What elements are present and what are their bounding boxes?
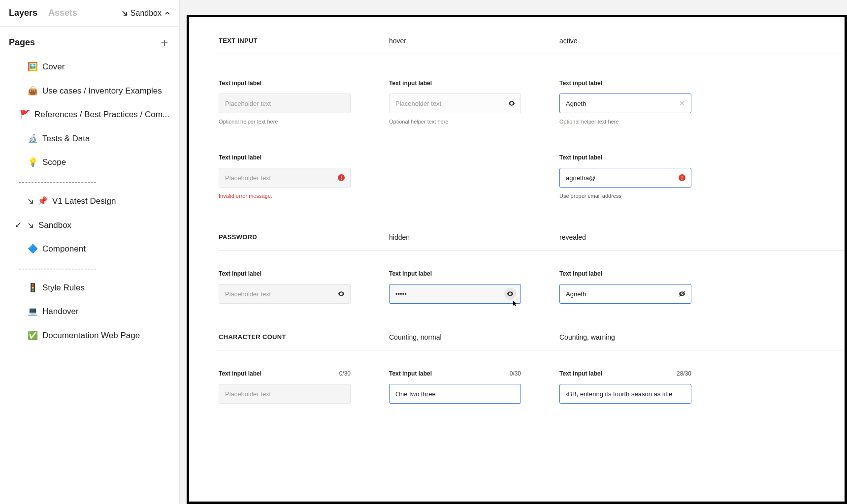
- page-emoji-icon: 💡: [28, 155, 37, 170]
- input-label: Text input label: [389, 370, 432, 377]
- error-text: Invalid error message.: [219, 193, 351, 199]
- page-emoji-icon: 🚩: [20, 107, 30, 123]
- arrow-down-right-icon: [28, 198, 33, 204]
- input-label: Text input label: [219, 154, 351, 161]
- column-header-normal: Counting, normal: [389, 333, 559, 341]
- error-icon: !: [337, 173, 346, 182]
- section-header-password: PASSWORD hidden revealed: [219, 233, 845, 251]
- section-header-charcount: CHARACTER COUNT Counting, normal Countin…: [219, 333, 845, 350]
- cursor-icon: [512, 300, 519, 307]
- column-header-revealed: revealed: [559, 233, 730, 241]
- svg-point-2: [510, 293, 511, 295]
- page-item-docs-web[interactable]: ✅ Documentation Web Page: [5, 324, 174, 348]
- page-label: Scope: [42, 155, 66, 170]
- page-label: Cover: [42, 60, 65, 75]
- page-emoji-icon: 🖼️: [28, 60, 37, 75]
- input-label: Text input label: [219, 80, 351, 87]
- arrow-down-right-icon: [122, 10, 128, 16]
- page-label: Style Rules: [42, 281, 85, 296]
- text-input[interactable]: [559, 168, 691, 188]
- page-item-v1-design[interactable]: 📌 V1 Latest Design: [5, 189, 174, 214]
- text-input-row-error: Text input label ! Invalid error message…: [219, 154, 845, 199]
- text-input[interactable]: [389, 94, 521, 113]
- page-emoji-icon: 💻: [28, 304, 37, 319]
- page-label: Sandbox: [38, 218, 71, 233]
- eye-off-icon[interactable]: [678, 289, 686, 298]
- canvas[interactable]: TEXT INPUT hover active Text input label…: [180, 0, 847, 504]
- page-emoji-icon: ✅: [28, 328, 37, 344]
- text-input[interactable]: [559, 384, 691, 404]
- pages-header: Pages ＋: [0, 27, 179, 55]
- input-cell-active: Text input label ✕ Optional helper text …: [559, 80, 730, 125]
- char-counter: 28/30: [677, 370, 691, 384]
- password-input[interactable]: [389, 284, 521, 304]
- page-label: Tests & Data: [42, 131, 90, 147]
- eye-icon[interactable]: [504, 288, 516, 300]
- input-label: Text input label: [219, 270, 351, 277]
- page-label: References / Best Practices / Com...: [34, 107, 169, 123]
- input-label: Text input label: [559, 270, 691, 277]
- pages-title: Pages: [9, 37, 35, 48]
- tab-assets[interactable]: Assets: [48, 8, 77, 18]
- input-cell-error-active: Text input label ! Use proper email addr…: [559, 154, 730, 199]
- eye-icon[interactable]: [507, 99, 516, 108]
- input-label: Text input label: [219, 370, 261, 377]
- page-label: V1 Latest Design: [52, 194, 116, 209]
- project-name: Sandbox: [130, 9, 162, 18]
- page-item-tests[interactable]: 🔬 Tests & Data: [5, 127, 174, 151]
- design-frame[interactable]: TEXT INPUT hover active Text input label…: [187, 15, 847, 504]
- column-header-active: active: [559, 37, 730, 45]
- project-selector[interactable]: Sandbox: [122, 9, 170, 18]
- char-counter: 0/30: [510, 370, 521, 384]
- arrow-down-right-icon: [28, 222, 33, 228]
- clear-icon[interactable]: ✕: [678, 99, 686, 108]
- text-input[interactable]: [559, 94, 691, 113]
- sidebar: Layers Assets Sandbox Pages ＋ 🖼️ Cover 👜…: [0, 0, 180, 504]
- page-item-style-rules[interactable]: 🚦 Style Rules: [5, 276, 174, 300]
- password-input[interactable]: [219, 284, 351, 304]
- page-label: Use cases / Inventory Examples: [42, 84, 162, 99]
- section-title: PASSWORD: [219, 233, 389, 241]
- password-input[interactable]: [559, 284, 691, 304]
- page-list: 🖼️ Cover 👜 Use cases / Inventory Example…: [0, 55, 179, 504]
- helper-text: Optional helper text here: [389, 119, 521, 125]
- password-cell-default: Text input label: [219, 270, 389, 304]
- frame-content: TEXT INPUT hover active Text input label…: [189, 17, 845, 502]
- charcount-cell-warning: Text input label 28/30: [559, 370, 730, 404]
- page-item-cover[interactable]: 🖼️ Cover: [5, 55, 174, 79]
- page-emoji-icon: 👜: [28, 84, 37, 99]
- page-item-handover[interactable]: 💻 Handover: [5, 300, 174, 324]
- input-cell-default: Text input label Optional helper text he…: [219, 80, 389, 125]
- charcount-cell-normal: Text input label 0/30: [389, 370, 559, 404]
- helper-text: Optional helper text here: [219, 119, 351, 125]
- text-input[interactable]: [219, 168, 351, 188]
- svg-point-0: [511, 103, 513, 104]
- page-emoji-icon: 📌: [37, 194, 47, 209]
- input-label: Text input label: [559, 80, 691, 87]
- tab-layers[interactable]: Layers: [9, 8, 37, 18]
- page-item-sandbox[interactable]: ✓ Sandbox: [5, 214, 174, 238]
- text-input[interactable]: [389, 384, 521, 404]
- eye-icon[interactable]: [337, 289, 346, 298]
- page-divider: -------------------------: [5, 261, 174, 276]
- text-input[interactable]: [219, 94, 351, 113]
- page-item-component[interactable]: 🔷 Component: [5, 237, 174, 261]
- add-page-button[interactable]: ＋: [159, 36, 170, 48]
- page-divider: -------------------------: [5, 175, 174, 189]
- page-item-scope[interactable]: 💡 Scope: [5, 151, 174, 175]
- page-item-references[interactable]: 🚩 References / Best Practices / Com...: [5, 103, 174, 127]
- column-header-hidden: hidden: [389, 233, 559, 241]
- input-label: Text input label: [559, 370, 602, 377]
- section-header-text-input: TEXT INPUT hover active: [219, 37, 845, 54]
- column-header-hover: hover: [389, 37, 559, 45]
- page-label: Handover: [42, 304, 79, 319]
- helper-text: Use proper email address: [559, 193, 691, 199]
- page-emoji-icon: 🚦: [28, 281, 37, 296]
- password-cell-hidden: Text input label: [389, 270, 559, 304]
- page-item-usecases[interactable]: 👜 Use cases / Inventory Examples: [5, 79, 174, 103]
- page-label: Documentation Web Page: [42, 328, 140, 344]
- section-title: CHARACTER COUNT: [219, 333, 389, 341]
- page-emoji-icon: 🔷: [28, 242, 37, 257]
- input-label: Text input label: [389, 270, 521, 277]
- text-input[interactable]: [219, 384, 351, 404]
